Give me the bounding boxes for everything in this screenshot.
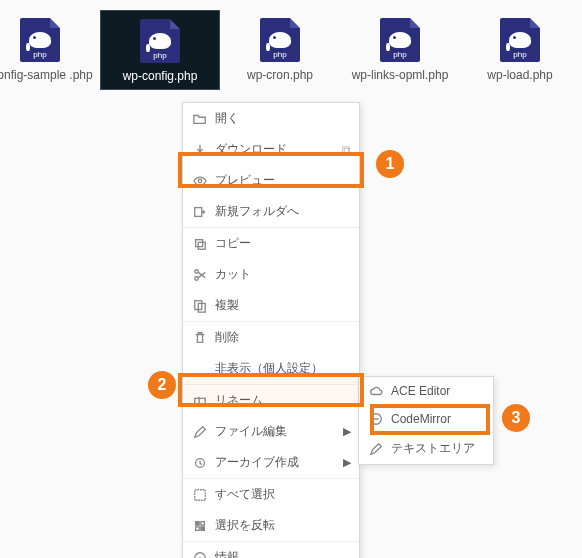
menu-rename[interactable]: リネーム	[183, 384, 359, 416]
chevron-right-icon: ▶	[343, 425, 351, 438]
php-file-icon: php	[464, 16, 576, 64]
file-name: wp-cron.php	[224, 68, 336, 82]
submenu-label: CodeMirror	[391, 412, 485, 426]
menu-label: 新規フォルダへ	[215, 203, 351, 220]
php-file-icon: php	[0, 16, 96, 64]
trash-icon	[193, 331, 207, 345]
scissors-icon	[193, 268, 207, 282]
menu-label: 削除	[215, 329, 351, 346]
file-item[interactable]: php wp-config.php	[100, 10, 220, 90]
cloud-icon	[369, 384, 383, 398]
svg-rect-1	[195, 207, 202, 216]
svg-rect-12	[201, 521, 205, 525]
info-icon	[193, 551, 207, 559]
menu-label: プレビュー	[215, 172, 351, 189]
php-file-icon: php	[105, 17, 215, 65]
folder-open-icon	[193, 112, 207, 126]
menu-label: コピー	[215, 235, 351, 252]
php-file-icon: php	[224, 16, 336, 64]
eye-icon	[193, 174, 207, 188]
svg-point-0	[198, 179, 202, 183]
menu-label: カット	[215, 266, 351, 283]
svg-rect-13	[196, 526, 200, 530]
context-submenu-edit: ACE Editor CodeMirror テキストエリア	[358, 376, 494, 465]
menu-archive[interactable]: アーカイブ作成 ▶	[183, 447, 359, 478]
submenu-label: テキストエリア	[391, 440, 485, 457]
svg-rect-10	[195, 489, 206, 500]
menu-invert-selection[interactable]: 選択を反転	[183, 510, 359, 541]
submenu-ace-editor[interactable]: ACE Editor	[359, 377, 493, 405]
file-name: wp-links-opml.php	[344, 68, 456, 82]
file-item[interactable]: php -config-sample .php	[0, 10, 100, 90]
menu-copy[interactable]: コピー	[183, 227, 359, 259]
annotation-badge: 1	[376, 150, 404, 178]
svg-rect-11	[196, 521, 200, 525]
rename-icon	[193, 394, 207, 408]
menu-open[interactable]: 開く	[183, 103, 359, 134]
menu-new-folder[interactable]: 新規フォルダへ	[183, 196, 359, 227]
file-name: wp-load.php	[464, 68, 576, 82]
menu-hide[interactable]: 非表示（個人設定）	[183, 353, 359, 384]
menu-label: 非表示（個人設定）	[215, 360, 351, 377]
menu-label: 選択を反転	[215, 517, 351, 534]
folder-plus-icon	[193, 205, 207, 219]
annotation-badge: 3	[502, 404, 530, 432]
submenu-textarea[interactable]: テキストエリア	[359, 433, 493, 464]
link-icon: ⧉	[342, 143, 351, 157]
menu-delete[interactable]: 削除	[183, 321, 359, 353]
menu-label: 情報	[215, 549, 351, 558]
download-icon	[193, 143, 207, 157]
submenu-label: ACE Editor	[391, 384, 485, 398]
file-item[interactable]: php wp-links-opml.php	[340, 10, 460, 90]
menu-label: ファイル編集	[215, 423, 335, 440]
menu-select-all[interactable]: すべて選択	[183, 478, 359, 510]
codemirror-icon	[369, 412, 383, 426]
svg-rect-2	[196, 239, 203, 246]
menu-label: すべて選択	[215, 486, 351, 503]
svg-point-5	[195, 269, 199, 273]
menu-label: リネーム	[215, 392, 351, 409]
menu-duplicate[interactable]: 複製	[183, 290, 359, 321]
archive-icon	[193, 456, 207, 470]
pencil-icon	[193, 425, 207, 439]
menu-label: アーカイブ作成	[215, 454, 335, 471]
pencil-icon	[369, 442, 383, 456]
menu-label: 複製	[215, 297, 351, 314]
file-item[interactable]: php wp-load.php	[460, 10, 580, 90]
php-file-icon: php	[344, 16, 456, 64]
copy-icon	[193, 237, 207, 251]
file-name: -config-sample .php	[0, 68, 96, 82]
svg-rect-14	[201, 526, 205, 530]
menu-download[interactable]: ダウンロード ⧉	[183, 134, 359, 165]
select-all-icon	[193, 488, 207, 502]
menu-edit-file[interactable]: ファイル編集 ▶	[183, 416, 359, 447]
menu-cut[interactable]: カット	[183, 259, 359, 290]
context-menu: 開く ダウンロード ⧉ プレビュー 新規フォルダへ コピー カット 複製 削除 …	[182, 102, 360, 558]
menu-label: 開く	[215, 110, 351, 127]
file-name: wp-config.php	[105, 69, 215, 83]
duplicate-icon	[193, 299, 207, 313]
svg-rect-8	[195, 398, 206, 403]
file-item[interactable]: php wp-cron.php	[220, 10, 340, 90]
menu-info[interactable]: 情報	[183, 541, 359, 558]
annotation-badge: 2	[148, 371, 176, 399]
svg-point-4	[195, 276, 199, 280]
file-grid: php -config-sample .php php wp-config.ph…	[0, 10, 580, 90]
svg-rect-3	[198, 242, 205, 249]
chevron-right-icon: ▶	[343, 456, 351, 469]
invert-icon	[193, 519, 207, 533]
menu-preview[interactable]: プレビュー	[183, 165, 359, 196]
submenu-codemirror[interactable]: CodeMirror	[359, 405, 493, 433]
menu-label: ダウンロード	[215, 141, 330, 158]
